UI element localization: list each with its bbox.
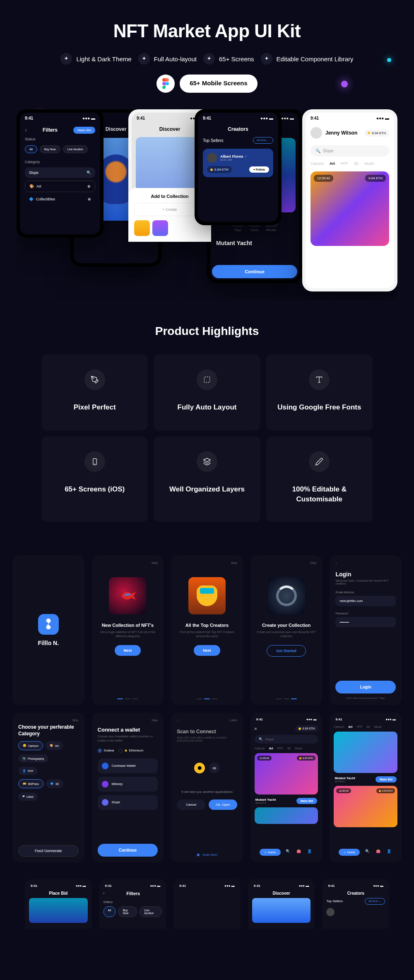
nav-home[interactable]: ⌂ Home <box>339 849 360 856</box>
scan-item-button[interactable]: Scan Item <box>202 853 217 857</box>
tab-music[interactable]: Music <box>364 161 374 166</box>
next-button[interactable]: Next <box>194 645 220 656</box>
onboard-subtitle: Get a huge collection of NFT from all of… <box>98 630 158 638</box>
decorative-dot <box>387 58 391 62</box>
back-icon[interactable]: ‹ <box>25 126 27 134</box>
tab-cartoon[interactable]: Cartoon <box>310 161 324 166</box>
cat-photography[interactable]: 📷 Photography <box>18 754 48 763</box>
chip-all[interactable]: All <box>104 906 116 917</box>
screen-onboard-2: Skip All the Top Creators Find all the c… <box>171 555 243 705</box>
nav-profile-icon[interactable]: 👤 <box>387 849 392 855</box>
password-input[interactable]: •••••••• <box>335 617 396 627</box>
continue-button[interactable]: Continue <box>212 265 297 278</box>
skip-button[interactable]: Skip <box>310 561 317 565</box>
mockups-collage: 9:41●●● ▬ Place Bid 00Days 12Hours 35Min… <box>17 109 397 300</box>
wallet-bitkeep[interactable]: Bitkeep <box>98 777 158 792</box>
cat-3d[interactable]: 🔷 3D <box>46 779 63 788</box>
nft-image: 12:25:42 6.04 ETH <box>334 786 397 827</box>
skip-button[interactable]: Skip <box>231 561 237 565</box>
tab-pfp[interactable]: PFP <box>341 161 348 166</box>
generate-button[interactable]: Feed Gennerate <box>18 845 79 857</box>
ok-button[interactable]: Ok, Open <box>209 799 237 810</box>
nav-search-icon[interactable]: 🔍 <box>286 849 291 855</box>
status-icons: ●●● ▬ <box>373 884 383 888</box>
follow-button[interactable]: + Follow <box>249 166 269 173</box>
login-button[interactable]: Login <box>335 681 396 693</box>
status-time: 9:41 <box>335 718 342 721</box>
menu-icon[interactable]: ≡ <box>255 727 257 731</box>
highlight-card: Fully Auto Layout <box>154 354 260 431</box>
cat-art[interactable]: 🎨 Art <box>46 741 63 750</box>
email-input[interactable]: hello@filllo.com <box>335 596 396 606</box>
make-bid-button[interactable]: Make Bid <box>73 127 95 134</box>
screen-title: Filters <box>43 127 58 133</box>
plus-icon[interactable]: ⊕ <box>87 184 91 188</box>
skip-button[interactable]: Skip <box>152 718 158 722</box>
nav-wallet-icon[interactable]: 👛 <box>376 849 382 855</box>
cat-art[interactable]: Art <box>36 184 41 188</box>
collection-thumb[interactable] <box>152 220 168 236</box>
wallet-coinbase[interactable]: Coinbase Wallet <box>98 758 158 773</box>
tab-art[interactable]: Art <box>330 161 335 166</box>
sparkle-icon <box>138 53 150 65</box>
ethereum-tab[interactable]: ◆Ethereum <box>118 749 144 753</box>
tab-pfp[interactable]: PFP <box>356 725 362 728</box>
nav-search-icon[interactable]: 🔍 <box>365 849 371 855</box>
tab-cartoon[interactable]: Cartoon <box>255 747 265 750</box>
nav-wallet-icon[interactable]: 👛 <box>296 849 302 855</box>
continue-button[interactable]: Continue <box>98 844 158 857</box>
tab-cartoon[interactable]: Cartoon <box>334 725 344 728</box>
cat-cartoon[interactable]: 😊 Cartoon <box>18 741 43 750</box>
get-started-button[interactable]: Get Started <box>267 645 306 657</box>
collection-thumb[interactable] <box>134 220 150 236</box>
search-placeholder[interactable]: Slope <box>323 149 334 153</box>
app-name: Filllo N. <box>38 640 59 646</box>
tab-3d[interactable]: 3D <box>366 725 370 728</box>
cat-pass[interactable]: 🎫 Bit/Pass <box>18 779 43 788</box>
cancel-button[interactable]: Cancel <box>177 799 205 810</box>
nav-home[interactable]: ⌂ Home <box>260 849 281 856</box>
time-filter[interactable]: All time ⌄ <box>253 137 273 144</box>
skip-button[interactable]: Skip <box>72 718 79 722</box>
highlight-card: 100% Editable & Customisable <box>266 436 373 523</box>
chip-buy-now[interactable]: Buy Now <box>118 906 137 917</box>
chip-live[interactable]: Live Auction <box>140 906 162 917</box>
search-input[interactable]: 🔍Slope <box>255 735 318 744</box>
tab-art[interactable]: Art <box>348 725 352 728</box>
category-search[interactable]: Slope <box>29 171 39 175</box>
tab-3d[interactable]: 3D <box>287 747 291 750</box>
screen-title: Creators <box>198 124 278 135</box>
nav-profile-icon[interactable]: 👤 <box>307 849 313 855</box>
chip-live-auction[interactable]: Live Auction <box>63 145 88 153</box>
plus-icon[interactable]: ⊕ <box>88 197 91 201</box>
status-time: 9:41 <box>31 884 37 888</box>
tab-3d[interactable]: 3D <box>354 161 359 166</box>
nft-image <box>334 732 397 773</box>
bid-button[interactable]: Make Bid <box>296 798 318 804</box>
skip-button[interactable]: Skip <box>152 561 158 565</box>
chip-all[interactable]: All <box>25 145 37 153</box>
figma-icon-button[interactable] <box>156 75 175 93</box>
back-icon[interactable]: ‹ <box>335 561 341 567</box>
screens-count-button[interactable]: 65+ Mobile Screens <box>180 75 258 93</box>
back-icon[interactable]: ‹ <box>177 718 178 722</box>
tab-pfp[interactable]: PFP <box>277 747 283 750</box>
time-filter[interactable]: All time ⌄ <box>365 898 385 905</box>
tab-art[interactable]: Art <box>269 747 273 750</box>
later-button[interactable]: Later <box>230 718 237 722</box>
hero-title: NFT Market App UI Kit <box>17 21 397 41</box>
tab-music[interactable]: Music <box>295 747 302 750</box>
wallet-slope[interactable]: Slope <box>98 795 158 810</box>
back-icon[interactable]: ‹ <box>104 891 105 895</box>
solana-tab[interactable]: Solana <box>98 749 114 753</box>
bid-button[interactable]: Make Bid <box>375 776 397 783</box>
chip-buy-now[interactable]: Buy Now <box>40 145 60 153</box>
signup-link[interactable]: Don't have account account ? Sign <box>335 697 396 699</box>
status-time: 9:41 <box>254 884 260 888</box>
cat-pfp[interactable]: 👤 PFP <box>18 767 38 775</box>
verified-icon: ✓ <box>244 154 248 159</box>
cat-collectibles[interactable]: Collectibles <box>36 197 55 201</box>
tab-music[interactable]: Music <box>374 725 382 728</box>
next-button[interactable]: Next <box>115 645 141 656</box>
cat-liked[interactable]: ❤ Liked <box>18 792 38 801</box>
